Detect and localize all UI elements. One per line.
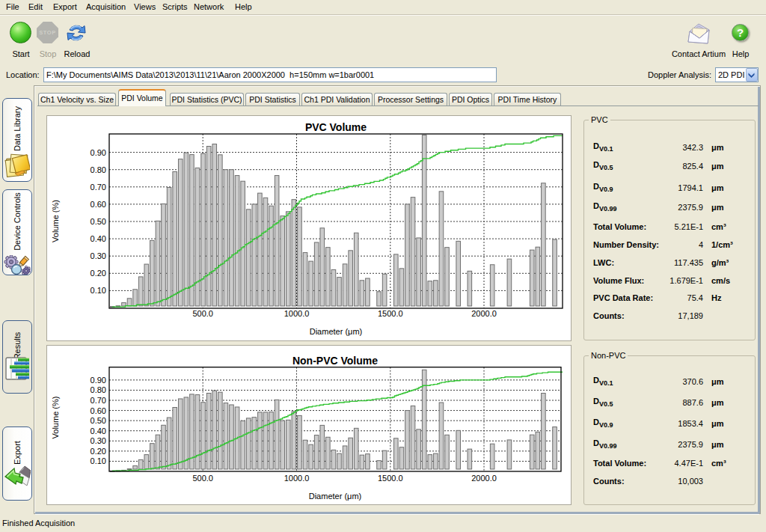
svg-text:PVC Volume: PVC Volume bbox=[305, 121, 367, 133]
svg-text:0.70: 0.70 bbox=[91, 183, 106, 192]
svg-text:1000.0: 1000.0 bbox=[284, 474, 310, 483]
svg-text:0.40: 0.40 bbox=[91, 234, 106, 243]
svg-text:0.80: 0.80 bbox=[91, 165, 106, 174]
svg-text:500.0: 500.0 bbox=[192, 309, 213, 318]
svg-text:0.50: 0.50 bbox=[91, 416, 106, 425]
svg-text:0.30: 0.30 bbox=[91, 436, 106, 445]
svg-text:Diameter (μm): Diameter (μm) bbox=[309, 492, 362, 501]
svg-text:0.30: 0.30 bbox=[91, 251, 106, 260]
svg-text:0.20: 0.20 bbox=[91, 447, 106, 456]
svg-text:2000.0: 2000.0 bbox=[471, 474, 497, 483]
svg-text:1500.0: 1500.0 bbox=[378, 474, 403, 483]
svg-text:500.0: 500.0 bbox=[192, 474, 213, 483]
svg-text:Volume (%): Volume (%) bbox=[51, 397, 60, 439]
svg-text:Diameter (μm): Diameter (μm) bbox=[310, 327, 363, 336]
svg-text:2000.0: 2000.0 bbox=[471, 309, 497, 318]
svg-text:1500.0: 1500.0 bbox=[378, 309, 403, 318]
svg-text:1000.0: 1000.0 bbox=[284, 309, 310, 318]
svg-text:0.40: 0.40 bbox=[91, 426, 106, 435]
svg-text:0.10: 0.10 bbox=[91, 286, 106, 295]
svg-text:0.90: 0.90 bbox=[91, 148, 106, 157]
svg-text:0.50: 0.50 bbox=[91, 217, 106, 226]
svg-text:0.20: 0.20 bbox=[91, 269, 106, 278]
svg-text:0.60: 0.60 bbox=[91, 200, 106, 209]
svg-text:0.70: 0.70 bbox=[91, 396, 106, 405]
svg-text:0.80: 0.80 bbox=[91, 385, 106, 394]
svg-text:0.10: 0.10 bbox=[91, 456, 106, 465]
svg-text:Volume (%): Volume (%) bbox=[51, 200, 60, 242]
svg-text:0.90: 0.90 bbox=[91, 376, 106, 385]
svg-text:Non-PVC Volume: Non-PVC Volume bbox=[292, 355, 378, 367]
svg-text:0.60: 0.60 bbox=[91, 406, 106, 415]
